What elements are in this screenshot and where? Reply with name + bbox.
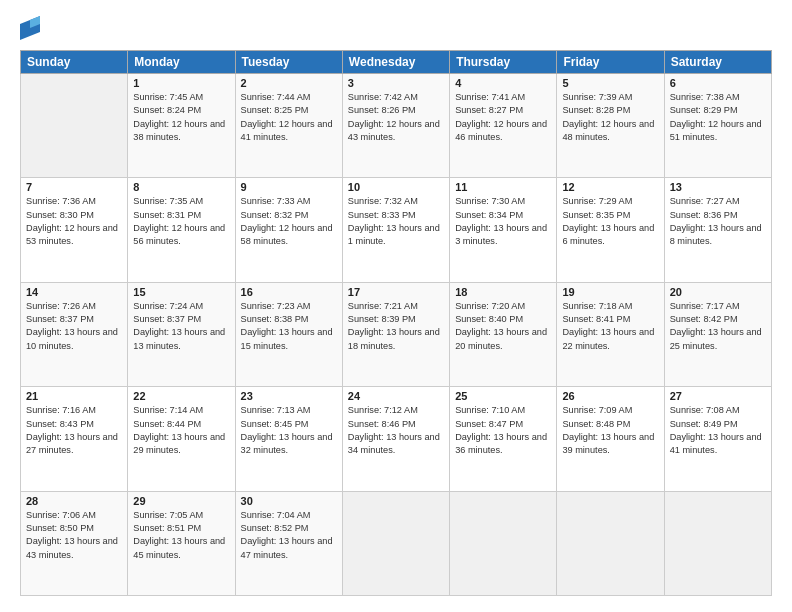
calendar-cell: 4Sunrise: 7:41 AMSunset: 8:27 PMDaylight…	[450, 74, 557, 178]
calendar-cell	[342, 491, 449, 595]
day-number: 7	[26, 181, 122, 193]
calendar-cell: 25Sunrise: 7:10 AMSunset: 8:47 PMDayligh…	[450, 387, 557, 491]
day-info: Sunrise: 7:04 AMSunset: 8:52 PMDaylight:…	[241, 509, 337, 562]
day-info: Sunrise: 7:08 AMSunset: 8:49 PMDaylight:…	[670, 404, 766, 457]
calendar-cell	[450, 491, 557, 595]
day-number: 19	[562, 286, 658, 298]
calendar-cell: 12Sunrise: 7:29 AMSunset: 8:35 PMDayligh…	[557, 178, 664, 282]
calendar-cell	[557, 491, 664, 595]
day-number: 16	[241, 286, 337, 298]
day-info: Sunrise: 7:30 AMSunset: 8:34 PMDaylight:…	[455, 195, 551, 248]
day-number: 5	[562, 77, 658, 89]
day-info: Sunrise: 7:14 AMSunset: 8:44 PMDaylight:…	[133, 404, 229, 457]
day-info: Sunrise: 7:29 AMSunset: 8:35 PMDaylight:…	[562, 195, 658, 248]
calendar-cell: 14Sunrise: 7:26 AMSunset: 8:37 PMDayligh…	[21, 282, 128, 386]
calendar-cell: 23Sunrise: 7:13 AMSunset: 8:45 PMDayligh…	[235, 387, 342, 491]
day-info: Sunrise: 7:27 AMSunset: 8:36 PMDaylight:…	[670, 195, 766, 248]
day-number: 1	[133, 77, 229, 89]
day-info: Sunrise: 7:06 AMSunset: 8:50 PMDaylight:…	[26, 509, 122, 562]
calendar-cell: 29Sunrise: 7:05 AMSunset: 8:51 PMDayligh…	[128, 491, 235, 595]
day-number: 25	[455, 390, 551, 402]
day-info: Sunrise: 7:39 AMSunset: 8:28 PMDaylight:…	[562, 91, 658, 144]
day-info: Sunrise: 7:20 AMSunset: 8:40 PMDaylight:…	[455, 300, 551, 353]
day-info: Sunrise: 7:13 AMSunset: 8:45 PMDaylight:…	[241, 404, 337, 457]
day-info: Sunrise: 7:33 AMSunset: 8:32 PMDaylight:…	[241, 195, 337, 248]
calendar-cell: 2Sunrise: 7:44 AMSunset: 8:25 PMDaylight…	[235, 74, 342, 178]
day-info: Sunrise: 7:32 AMSunset: 8:33 PMDaylight:…	[348, 195, 444, 248]
day-number: 4	[455, 77, 551, 89]
calendar-cell: 24Sunrise: 7:12 AMSunset: 8:46 PMDayligh…	[342, 387, 449, 491]
calendar-cell	[21, 74, 128, 178]
calendar-cell: 19Sunrise: 7:18 AMSunset: 8:41 PMDayligh…	[557, 282, 664, 386]
day-info: Sunrise: 7:41 AMSunset: 8:27 PMDaylight:…	[455, 91, 551, 144]
day-info: Sunrise: 7:18 AMSunset: 8:41 PMDaylight:…	[562, 300, 658, 353]
calendar-cell: 8Sunrise: 7:35 AMSunset: 8:31 PMDaylight…	[128, 178, 235, 282]
calendar-cell: 1Sunrise: 7:45 AMSunset: 8:24 PMDaylight…	[128, 74, 235, 178]
day-info: Sunrise: 7:42 AMSunset: 8:26 PMDaylight:…	[348, 91, 444, 144]
day-number: 28	[26, 495, 122, 507]
calendar-cell: 16Sunrise: 7:23 AMSunset: 8:38 PMDayligh…	[235, 282, 342, 386]
logo	[20, 16, 44, 40]
calendar-cell: 9Sunrise: 7:33 AMSunset: 8:32 PMDaylight…	[235, 178, 342, 282]
header	[20, 16, 772, 40]
calendar-cell: 15Sunrise: 7:24 AMSunset: 8:37 PMDayligh…	[128, 282, 235, 386]
day-info: Sunrise: 7:38 AMSunset: 8:29 PMDaylight:…	[670, 91, 766, 144]
day-number: 2	[241, 77, 337, 89]
weekday-header-sunday: Sunday	[21, 51, 128, 74]
calendar-cell: 13Sunrise: 7:27 AMSunset: 8:36 PMDayligh…	[664, 178, 771, 282]
day-number: 15	[133, 286, 229, 298]
weekday-header-wednesday: Wednesday	[342, 51, 449, 74]
day-number: 10	[348, 181, 444, 193]
day-number: 27	[670, 390, 766, 402]
day-info: Sunrise: 7:12 AMSunset: 8:46 PMDaylight:…	[348, 404, 444, 457]
day-number: 29	[133, 495, 229, 507]
day-info: Sunrise: 7:23 AMSunset: 8:38 PMDaylight:…	[241, 300, 337, 353]
day-number: 3	[348, 77, 444, 89]
day-info: Sunrise: 7:17 AMSunset: 8:42 PMDaylight:…	[670, 300, 766, 353]
calendar-cell: 18Sunrise: 7:20 AMSunset: 8:40 PMDayligh…	[450, 282, 557, 386]
day-info: Sunrise: 7:24 AMSunset: 8:37 PMDaylight:…	[133, 300, 229, 353]
day-number: 9	[241, 181, 337, 193]
day-number: 30	[241, 495, 337, 507]
calendar-cell: 3Sunrise: 7:42 AMSunset: 8:26 PMDaylight…	[342, 74, 449, 178]
day-info: Sunrise: 7:45 AMSunset: 8:24 PMDaylight:…	[133, 91, 229, 144]
day-number: 11	[455, 181, 551, 193]
day-info: Sunrise: 7:05 AMSunset: 8:51 PMDaylight:…	[133, 509, 229, 562]
day-info: Sunrise: 7:21 AMSunset: 8:39 PMDaylight:…	[348, 300, 444, 353]
day-number: 18	[455, 286, 551, 298]
day-info: Sunrise: 7:16 AMSunset: 8:43 PMDaylight:…	[26, 404, 122, 457]
day-info: Sunrise: 7:35 AMSunset: 8:31 PMDaylight:…	[133, 195, 229, 248]
day-number: 20	[670, 286, 766, 298]
day-number: 26	[562, 390, 658, 402]
day-number: 17	[348, 286, 444, 298]
logo-icon	[20, 16, 40, 40]
calendar-cell: 30Sunrise: 7:04 AMSunset: 8:52 PMDayligh…	[235, 491, 342, 595]
calendar-table: SundayMondayTuesdayWednesdayThursdayFrid…	[20, 50, 772, 596]
weekday-header-thursday: Thursday	[450, 51, 557, 74]
calendar-cell: 7Sunrise: 7:36 AMSunset: 8:30 PMDaylight…	[21, 178, 128, 282]
calendar-cell: 11Sunrise: 7:30 AMSunset: 8:34 PMDayligh…	[450, 178, 557, 282]
day-number: 8	[133, 181, 229, 193]
calendar-cell: 10Sunrise: 7:32 AMSunset: 8:33 PMDayligh…	[342, 178, 449, 282]
calendar-cell: 28Sunrise: 7:06 AMSunset: 8:50 PMDayligh…	[21, 491, 128, 595]
day-info: Sunrise: 7:36 AMSunset: 8:30 PMDaylight:…	[26, 195, 122, 248]
day-number: 14	[26, 286, 122, 298]
page: SundayMondayTuesdayWednesdayThursdayFrid…	[0, 0, 792, 612]
calendar-cell: 22Sunrise: 7:14 AMSunset: 8:44 PMDayligh…	[128, 387, 235, 491]
calendar-cell: 26Sunrise: 7:09 AMSunset: 8:48 PMDayligh…	[557, 387, 664, 491]
calendar-cell: 27Sunrise: 7:08 AMSunset: 8:49 PMDayligh…	[664, 387, 771, 491]
calendar-cell: 6Sunrise: 7:38 AMSunset: 8:29 PMDaylight…	[664, 74, 771, 178]
weekday-header-tuesday: Tuesday	[235, 51, 342, 74]
day-info: Sunrise: 7:10 AMSunset: 8:47 PMDaylight:…	[455, 404, 551, 457]
calendar-cell	[664, 491, 771, 595]
day-info: Sunrise: 7:26 AMSunset: 8:37 PMDaylight:…	[26, 300, 122, 353]
day-number: 22	[133, 390, 229, 402]
day-number: 13	[670, 181, 766, 193]
weekday-header-friday: Friday	[557, 51, 664, 74]
calendar-cell: 21Sunrise: 7:16 AMSunset: 8:43 PMDayligh…	[21, 387, 128, 491]
calendar-cell: 17Sunrise: 7:21 AMSunset: 8:39 PMDayligh…	[342, 282, 449, 386]
day-info: Sunrise: 7:44 AMSunset: 8:25 PMDaylight:…	[241, 91, 337, 144]
day-info: Sunrise: 7:09 AMSunset: 8:48 PMDaylight:…	[562, 404, 658, 457]
calendar-cell: 5Sunrise: 7:39 AMSunset: 8:28 PMDaylight…	[557, 74, 664, 178]
day-number: 21	[26, 390, 122, 402]
